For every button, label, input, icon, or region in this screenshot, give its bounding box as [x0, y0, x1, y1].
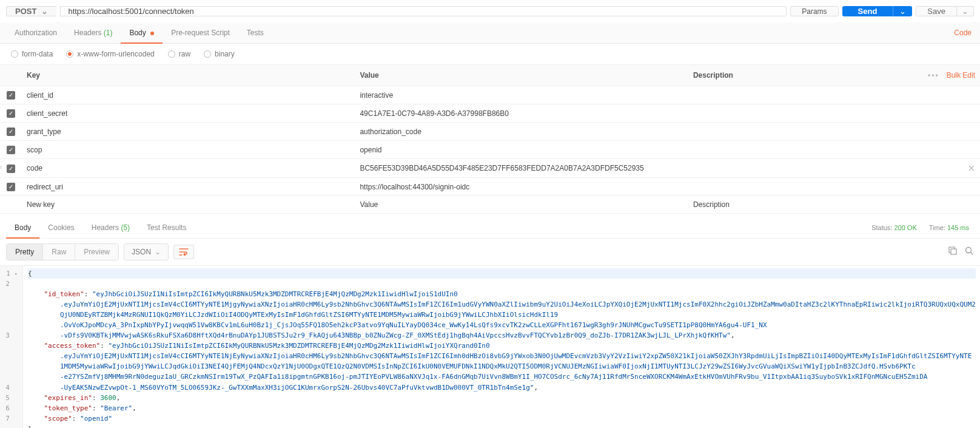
cell-key[interactable]: scop — [22, 141, 355, 159]
body-type-row: form-data x-www-form-urlencoded raw bina… — [0, 44, 980, 65]
table-row[interactable]: redirect_urihttps://localhost:44300/sign… — [0, 178, 980, 196]
line-gutter: 1 ▾ 2 3 4 5 6 7 — [0, 266, 23, 428]
resp-headers-count: (5) — [121, 223, 130, 232]
cell-value[interactable]: 49C1A7E1-0C79-4A89-A3D6-A37998FB86B0 — [355, 104, 688, 123]
chevron-down-icon: ⌄ — [899, 7, 906, 16]
status-value: 200 OK — [894, 224, 916, 231]
search-icon[interactable] — [965, 246, 974, 257]
cell-key[interactable]: redirect_uri — [22, 178, 355, 196]
col-key: Key — [22, 65, 355, 86]
radio-icon — [168, 50, 175, 58]
view-raw[interactable]: Raw — [43, 244, 75, 260]
response-body[interactable]: { "id_token": "eyJhbGciOiJSUzI1NiIsImtpZ… — [23, 266, 980, 428]
cell-description[interactable] — [688, 86, 980, 104]
resp-tab-body[interactable]: Body — [6, 217, 39, 238]
radio-form-data[interactable]: form-data — [11, 50, 53, 58]
more-icon[interactable]: ••• — [928, 71, 939, 80]
wrap-lines-button[interactable] — [173, 245, 194, 259]
row-checkbox[interactable] — [7, 165, 15, 173]
row-checkbox[interactable] — [7, 127, 15, 136]
tab-tests[interactable]: Tests — [238, 22, 272, 43]
headers-count: (1) — [104, 29, 113, 37]
time-value: 145 ms — [947, 224, 969, 231]
modified-dot-icon — [150, 32, 154, 35]
cell-description[interactable] — [688, 104, 980, 123]
table-row[interactable]: scopopenid — [0, 141, 980, 159]
radio-binary[interactable]: binary — [204, 50, 235, 58]
row-checkbox[interactable] — [7, 109, 15, 118]
cell-key[interactable]: client_secret — [22, 104, 355, 123]
svg-rect-1 — [951, 249, 956, 254]
send-button[interactable]: Send — [842, 6, 893, 16]
new-desc-input[interactable]: Description — [688, 196, 980, 214]
tab-headers[interactable]: Headers (1) — [65, 22, 121, 43]
cell-key[interactable]: client_id — [22, 86, 355, 104]
body-params-table: Key Value Description Bulk Edit ••• clie… — [0, 65, 980, 214]
col-description: Description Bulk Edit ••• — [688, 65, 980, 86]
cell-description[interactable]: ✕ — [688, 159, 980, 178]
chevron-down-icon: ⌄ — [962, 7, 968, 16]
response-tabs: Body Cookies Headers (5) Test Results St… — [0, 217, 980, 239]
new-value-input[interactable]: Value — [355, 196, 688, 214]
radio-urlencoded[interactable]: x-www-form-urlencoded — [66, 50, 154, 58]
view-pretty[interactable]: Pretty — [7, 244, 43, 260]
send-dropdown[interactable]: ⌄ — [893, 6, 912, 16]
new-key-input[interactable]: New key — [22, 196, 355, 214]
resp-tab-tests[interactable]: Test Results — [138, 217, 195, 238]
cell-description[interactable] — [688, 178, 980, 196]
url-input[interactable]: https://localhost:5001/connect/token — [60, 6, 787, 16]
status-label: Status: 200 OK — [871, 224, 917, 231]
save-dropdown[interactable]: ⌄ — [957, 6, 974, 16]
language-dropdown[interactable]: JSON ⌄ — [124, 243, 169, 260]
tab-body[interactable]: Body — [121, 22, 163, 43]
cell-value[interactable]: BC56FE53D39BD46A5D55D43F485E23D7FF6583FE… — [355, 159, 688, 178]
tab-prerequest[interactable]: Pre-request Script — [163, 22, 238, 43]
copy-icon[interactable] — [948, 246, 958, 257]
resp-tab-headers[interactable]: Headers (5) — [83, 217, 138, 238]
method-dropdown[interactable]: POST ⌄ — [6, 6, 56, 16]
radio-icon — [204, 50, 211, 58]
table-row[interactable]: client_idinteractive — [0, 86, 980, 104]
close-icon[interactable]: ✕ — [968, 163, 975, 173]
cell-value[interactable]: authorization_code — [355, 123, 688, 141]
drag-handle-icon[interactable]: ≡ — [0, 164, 2, 171]
view-mode-segment: Pretty Raw Preview — [6, 243, 119, 260]
col-value: Value — [355, 65, 688, 86]
radio-icon — [66, 50, 73, 58]
tab-authorization[interactable]: Authorization — [6, 22, 65, 43]
svg-line-3 — [971, 253, 973, 255]
row-checkbox[interactable] — [7, 146, 15, 154]
table-row[interactable]: grant_typeauthorization_code — [0, 123, 980, 141]
view-preview[interactable]: Preview — [75, 244, 118, 260]
row-checkbox[interactable] — [7, 91, 15, 100]
cell-value[interactable]: https://localhost:44300/signin-oidc — [355, 178, 688, 196]
table-row[interactable]: ≡codeBC56FE53D39BD46A5D55D43F485E23D7FF6… — [0, 159, 980, 178]
time-label: Time: 145 ms — [929, 224, 969, 231]
svg-point-2 — [966, 248, 972, 253]
cell-key[interactable]: grant_type — [22, 123, 355, 141]
cell-value[interactable]: interactive — [355, 86, 688, 104]
cell-key[interactable]: code — [22, 159, 355, 178]
row-checkbox[interactable] — [7, 183, 15, 191]
method-label: POST — [15, 7, 36, 16]
table-row[interactable]: client_secret49C1A7E1-0C79-4A89-A3D6-A37… — [0, 104, 980, 123]
chevron-down-icon: ⌄ — [41, 7, 48, 16]
radio-raw[interactable]: raw — [168, 50, 190, 58]
cell-value[interactable]: openid — [355, 141, 688, 159]
table-row-new[interactable]: New keyValueDescription — [0, 196, 980, 214]
params-button[interactable]: Params — [790, 6, 838, 16]
save-button[interactable]: Save — [916, 6, 957, 16]
chevron-down-icon: ⌄ — [155, 248, 161, 256]
cell-description[interactable] — [688, 141, 980, 159]
code-link[interactable]: Code — [951, 22, 974, 43]
resp-tab-cookies[interactable]: Cookies — [39, 217, 82, 238]
wrap-icon — [179, 248, 189, 256]
radio-icon — [11, 50, 18, 58]
bulk-edit-link[interactable]: Bulk Edit — [947, 71, 975, 80]
request-tabs: Authorization Headers (1) Body Pre-reque… — [0, 22, 980, 44]
cell-description[interactable] — [688, 123, 980, 141]
